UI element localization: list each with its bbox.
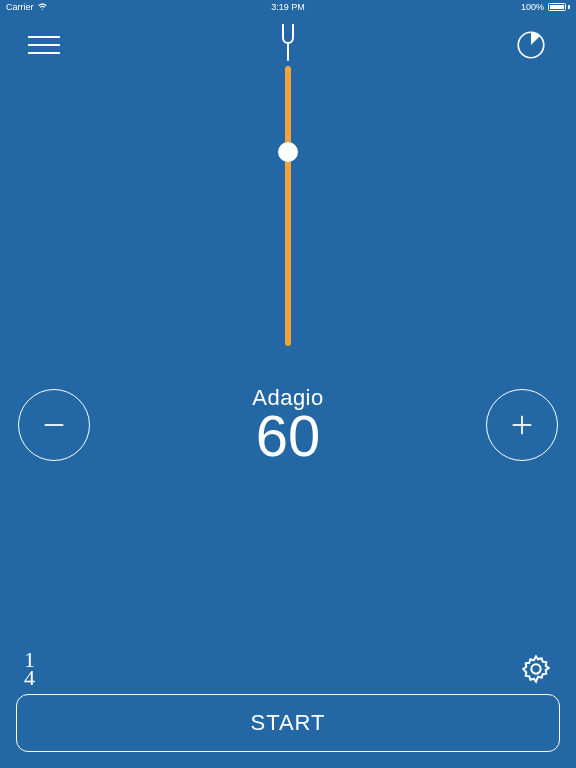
battery-percent: 100%	[521, 2, 544, 12]
metronome-pendulum[interactable]	[285, 66, 291, 346]
menu-icon[interactable]	[28, 30, 60, 60]
header	[0, 30, 576, 62]
start-button[interactable]: START	[16, 694, 560, 752]
tempo-value: 60	[252, 407, 324, 465]
tempo-increase-button[interactable]	[486, 389, 558, 461]
status-time: 3:19 PM	[271, 2, 305, 12]
start-button-label: START	[250, 710, 325, 736]
tuning-fork-icon[interactable]	[279, 24, 297, 64]
tempo-decrease-button[interactable]	[18, 389, 90, 461]
timer-icon[interactable]	[514, 28, 548, 62]
bottom-panel: 1 4 START	[0, 651, 576, 752]
tempo-controls: Adagio 60	[0, 385, 576, 465]
wifi-icon	[38, 3, 47, 12]
status-bar: Carrier 3:19 PM 100%	[0, 0, 576, 14]
settings-icon[interactable]	[520, 653, 552, 685]
carrier-label: Carrier	[6, 2, 34, 12]
pendulum-weight[interactable]	[278, 142, 298, 162]
time-sig-bottom: 4	[24, 669, 35, 688]
time-signature-button[interactable]: 1 4	[24, 651, 35, 688]
tempo-display: Adagio 60	[252, 385, 324, 465]
battery-icon	[548, 3, 570, 11]
